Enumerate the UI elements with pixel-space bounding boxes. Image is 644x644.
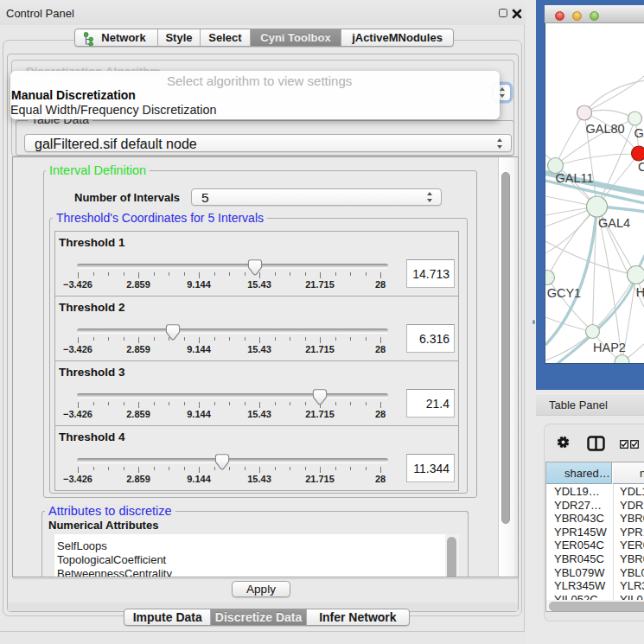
svg-text:GAL80: GAL80 [586,122,625,136]
svg-text:GA: GA [634,126,644,140]
svg-text:HA: HA [636,285,644,299]
svg-text:GCY1: GCY1 [547,286,582,300]
svg-text:GAL11: GAL11 [556,171,594,185]
svg-text:CY: CY [638,160,644,174]
svg-text:GAL4: GAL4 [598,216,630,230]
svg-text:HAP2: HAP2 [593,341,626,354]
